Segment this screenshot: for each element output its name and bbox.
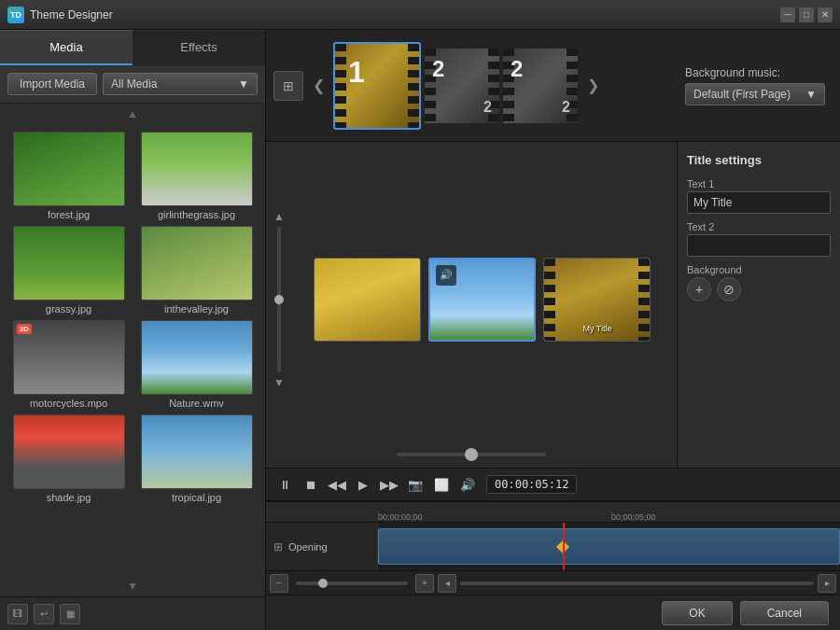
timeline-back-button[interactable]: ◂ — [438, 574, 456, 593]
film-item-3[interactable]: 2 2 — [503, 49, 578, 123]
filmstrip-next-button[interactable]: ❯ — [581, 75, 604, 97]
left-panel: Media Effects Import Media All Media ▼ ▲… — [0, 30, 266, 630]
bg-music-arrow-icon: ▼ — [805, 88, 817, 101]
remove-background-button[interactable]: ⊘ — [717, 277, 741, 301]
background-controls: + ⊘ — [687, 277, 831, 301]
v-slider-track[interactable] — [277, 227, 281, 372]
list-item[interactable]: grassy.jpg — [7, 226, 130, 315]
media-thumb-motorcycles: 3D — [13, 320, 125, 395]
media-thumb-shade — [13, 414, 125, 489]
film-item-2[interactable]: 2 2 — [425, 49, 499, 123]
list-item[interactable]: tropical.jpg — [135, 414, 258, 503]
film-thumb-3: 2 2 — [503, 49, 578, 123]
import-media-button[interactable]: Import Media — [7, 73, 97, 95]
filmstrip-add-button[interactable]: ⊞ — [273, 71, 303, 101]
film-icon-btn[interactable]: 🎞 — [7, 604, 28, 624]
media-label-grassy: grassy.jpg — [46, 303, 91, 315]
main-layout: Media Effects Import Media All Media ▼ ▲… — [0, 30, 840, 630]
preview-images: 🔊 My Title — [296, 258, 669, 342]
v-slider-thumb[interactable] — [274, 295, 284, 304]
list-item[interactable]: forest.jpg — [7, 132, 130, 220]
background-group: Background + ⊘ — [687, 264, 831, 301]
media-grid: forest.jpg girlinthegrass.jpg grassy.jpg… — [7, 132, 258, 503]
scroll-up-arrow[interactable]: ▲ — [0, 104, 265, 124]
dropdown-arrow-icon: ▼ — [238, 77, 249, 91]
film-item-1[interactable]: 1 — [333, 42, 421, 130]
minimize-button[interactable]: ─ — [780, 7, 795, 22]
media-thumb-grassy — [13, 226, 125, 301]
play-pause-button[interactable]: ⏸ — [273, 473, 296, 496]
h-slider-track[interactable] — [397, 453, 546, 456]
media-label-nature: Nature.wmv — [169, 398, 224, 409]
volume-button[interactable]: 🔊 — [456, 473, 479, 496]
undo-icon-btn[interactable]: ↩ — [34, 604, 54, 624]
timeline-area: 00;00;00;00 00;00;05;00 00;00;10;00 ⊞ Op… — [266, 501, 840, 595]
timeline-minus-button[interactable]: − — [270, 574, 288, 593]
playhead-line — [563, 523, 565, 570]
app-icon: TD — [7, 7, 24, 23]
track-icon: ⊞ — [273, 540, 283, 553]
film-thumb-1: 1 — [335, 44, 419, 128]
fast-forward-button[interactable]: ▶▶ — [378, 473, 400, 496]
background-label: Background — [687, 264, 831, 275]
snapshot-button[interactable]: 📷 — [404, 473, 427, 496]
list-item[interactable]: Nature.wmv — [135, 320, 258, 409]
all-media-dropdown[interactable]: All Media ▼ — [103, 73, 258, 95]
horizontal-slider — [273, 449, 669, 460]
media-label-girls: girlinthegrass.jpg — [158, 209, 235, 220]
cancel-button[interactable]: Cancel — [740, 601, 829, 625]
slider-up-arrow[interactable]: ▲ — [273, 210, 285, 223]
import-bar: Import Media All Media ▼ — [0, 65, 265, 104]
add-background-button[interactable]: + — [687, 277, 711, 301]
media-grid-wrapper: forest.jpg girlinthegrass.jpg grassy.jpg… — [0, 124, 265, 576]
text1-input[interactable] — [687, 191, 831, 214]
rewind-button[interactable]: ◀◀ — [326, 473, 348, 496]
left-bottom-toolbar: 🎞 ↩ ▦ — [0, 596, 265, 630]
transport-bar: ⏸ ⏹ ◀◀ ▶ ▶▶ 📷 ⬜ 🔊 00:00:05:12 — [266, 468, 840, 501]
chart-icon-btn[interactable]: ▦ — [60, 604, 80, 624]
stop-button[interactable]: ⏹ — [300, 473, 322, 496]
track-block[interactable] — [378, 528, 840, 565]
title-bar-left: TD Theme Designer — [7, 7, 113, 23]
bg-music-label: Background music: — [685, 66, 780, 79]
close-button[interactable]: ✕ — [818, 7, 833, 22]
timeline-scroll[interactable] — [460, 581, 814, 585]
timeline-zoom-slider[interactable] — [296, 581, 408, 585]
track-label-area: ⊞ Opening — [266, 523, 378, 570]
track-content[interactable] — [378, 523, 840, 570]
media-thumb-forest — [13, 132, 125, 206]
preview-image-3: My Title — [543, 258, 651, 342]
h-slider-thumb[interactable] — [465, 448, 478, 461]
tab-media[interactable]: Media — [0, 30, 133, 65]
list-item[interactable]: girlinthegrass.jpg — [135, 132, 258, 220]
list-item[interactable]: 3D motorcycles.mpo — [7, 320, 130, 409]
bg-music-dropdown[interactable]: Default (First Page) ▼ — [685, 83, 825, 105]
text2-input[interactable] — [687, 234, 831, 257]
media-thumb-tropical — [141, 414, 253, 489]
timeline-fwd-button[interactable]: ▸ — [818, 574, 836, 593]
text2-group: Text 2 — [687, 221, 831, 257]
ok-button[interactable]: OK — [662, 601, 732, 625]
fullscreen-button[interactable]: ⬜ — [430, 473, 453, 496]
slider-down-arrow[interactable]: ▼ — [273, 376, 285, 389]
scroll-down-arrow[interactable]: ▼ — [0, 576, 265, 596]
list-item[interactable]: shade.jpg — [7, 414, 130, 503]
ruler-tick-1: 00;00;05;00 — [611, 512, 656, 522]
text2-label: Text 2 — [687, 221, 831, 232]
preview-area: ▲ ▼ 🔊 My Title — [266, 142, 677, 468]
media-thumb-nature — [141, 320, 253, 395]
time-display: 00:00:05:12 — [486, 475, 577, 494]
filmstrip-prev-button[interactable]: ❮ — [307, 75, 329, 97]
tab-effects[interactable]: Effects — [133, 30, 265, 65]
play-button[interactable]: ▶ — [352, 473, 374, 496]
app-title: Theme Designer — [30, 8, 113, 21]
timeline-zoom-thumb[interactable] — [318, 579, 328, 588]
timeline-plus-button[interactable]: + — [415, 574, 434, 593]
vertical-slider: ▲ ▼ — [273, 206, 285, 393]
text1-group: Text 1 — [687, 178, 831, 214]
maximize-button[interactable]: □ — [799, 7, 814, 22]
list-item[interactable]: inthevalley.jpg — [135, 226, 258, 315]
preview-image-2: 🔊 — [428, 258, 536, 342]
timeline-track: ⊞ Opening — [266, 523, 840, 570]
bg-music-section: Background music: Default (First Page) ▼ — [685, 66, 833, 105]
